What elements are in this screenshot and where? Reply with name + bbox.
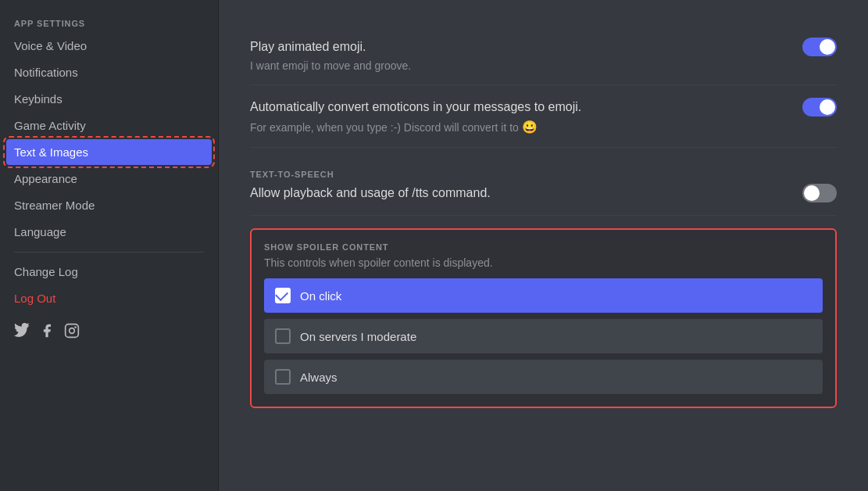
- convert-emoticons-row: Automatically convert emoticons in your …: [250, 85, 837, 148]
- instagram-icon[interactable]: [64, 323, 80, 339]
- sidebar-item-text-images[interactable]: Text & Images: [6, 139, 212, 165]
- spoiler-content-box: SHOW SPOILER CONTENT This controls when …: [250, 228, 837, 408]
- convert-emoticons-toggle[interactable]: [802, 98, 837, 116]
- animated-emoji-row: Play animated emoji. I want emoji to mov…: [250, 25, 837, 85]
- animated-emoji-description: I want emoji to move and groove.: [250, 59, 837, 72]
- convert-emoticons-header: Automatically convert emoticons in your …: [250, 98, 837, 116]
- tts-toggle[interactable]: [802, 184, 837, 202]
- spoiler-option-always[interactable]: Always: [264, 360, 823, 394]
- spoiler-option-on-servers-label: On servers I moderate: [300, 330, 416, 343]
- sidebar-item-notifications[interactable]: Notifications: [6, 59, 212, 85]
- sidebar-section-label: APP SETTINGS: [6, 13, 212, 31]
- spoiler-box-title: SHOW SPOILER CONTENT: [264, 242, 823, 252]
- tts-toggle-knob: [804, 185, 820, 201]
- spoiler-option-on-click[interactable]: On click: [264, 278, 823, 313]
- spoiler-option-on-click-label: On click: [300, 289, 341, 303]
- spoiler-option-on-servers[interactable]: On servers I moderate: [264, 319, 823, 353]
- animated-emoji-toggle[interactable]: [802, 38, 837, 56]
- sidebar: APP SETTINGS Voice & Video Notifications…: [0, 0, 219, 491]
- spoiler-checkbox-always: [275, 369, 291, 385]
- convert-emoticons-description: For example, when you type :-) Discord w…: [250, 120, 837, 134]
- tts-section-label: TEXT-TO-SPEECH: [250, 170, 837, 179]
- animated-emoji-header: Play animated emoji.: [250, 38, 837, 56]
- spoiler-box-description: This controls when spoiler content is di…: [264, 256, 823, 269]
- sidebar-item-voice-video[interactable]: Voice & Video: [6, 33, 212, 59]
- spoiler-checkbox-on-servers: [275, 328, 291, 344]
- svg-rect-0: [66, 324, 79, 338]
- sidebar-item-game-activity[interactable]: Game Activity: [6, 113, 212, 138]
- twitter-icon[interactable]: [14, 323, 30, 339]
- tts-setting-header: Allow playback and usage of /tts command…: [250, 184, 837, 202]
- sidebar-item-language[interactable]: Language: [6, 219, 212, 245]
- spoiler-checkbox-on-click: [275, 288, 291, 303]
- sidebar-item-appearance[interactable]: Appearance: [6, 166, 212, 192]
- sidebar-social: [6, 315, 212, 346]
- tts-setting-title: Allow playback and usage of /tts command…: [250, 186, 491, 200]
- spoiler-option-always-label: Always: [300, 371, 338, 384]
- convert-emoticons-toggle-knob: [820, 99, 835, 115]
- main-content: Play animated emoji. I want emoji to mov…: [219, 0, 868, 491]
- sidebar-item-change-log[interactable]: Change Log: [6, 259, 212, 285]
- animated-emoji-toggle-knob: [820, 39, 835, 55]
- tts-row: TEXT-TO-SPEECH Allow playback and usage …: [250, 148, 837, 216]
- svg-point-2: [74, 326, 77, 328]
- convert-emoticons-title: Automatically convert emoticons in your …: [250, 100, 581, 114]
- facebook-icon[interactable]: [39, 323, 55, 339]
- animated-emoji-title: Play animated emoji.: [250, 40, 366, 54]
- emoticon-emoji: 😀: [522, 120, 538, 134]
- sidebar-divider: [14, 252, 204, 253]
- sidebar-item-streamer-mode[interactable]: Streamer Mode: [6, 192, 212, 218]
- sidebar-item-keybinds[interactable]: Keybinds: [6, 86, 212, 112]
- sidebar-item-log-out[interactable]: Log Out: [6, 285, 212, 311]
- svg-point-1: [70, 328, 75, 334]
